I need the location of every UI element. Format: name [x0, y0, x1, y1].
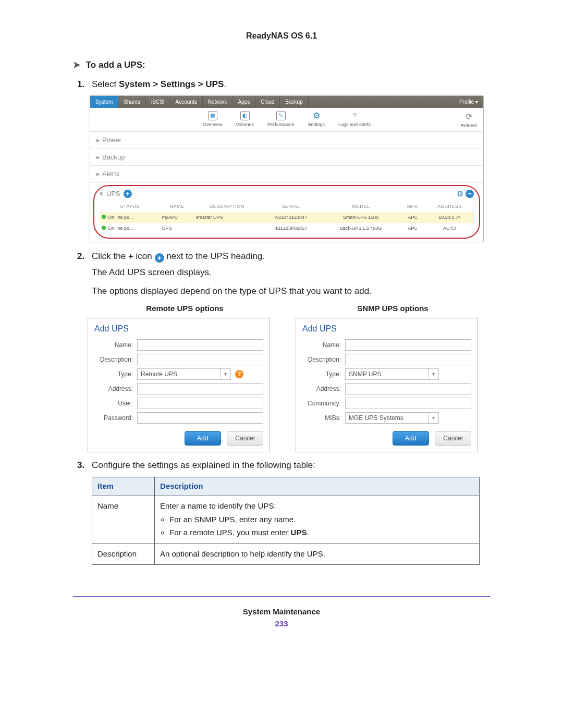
tab-apps[interactable]: Apps [232, 96, 255, 108]
ups-gear-icon[interactable]: ⚙ [457, 188, 463, 200]
type-value: Remote UPS [141, 369, 177, 379]
description-label: Description: [302, 355, 345, 364]
th-description: Description [155, 477, 480, 496]
toolbar-logs-label: Logs and Alerts [338, 122, 371, 127]
cell: 4B1223P02857 [260, 223, 322, 235]
step-3: 3. Configure the settings as explained i… [92, 459, 490, 565]
cell: APC [400, 223, 425, 235]
address-label: Address: [94, 384, 137, 393]
col-serial: SERIAL [260, 202, 322, 212]
table-row[interactable]: On line po... UPS 4B1223P02857 Back-UPS … [100, 223, 474, 235]
toolbar-logs[interactable]: ≣Logs and Alerts [338, 111, 371, 129]
arrow-icon: ➤ [73, 60, 80, 70]
toolbar-volumes-label: Volumes [236, 122, 254, 127]
community-input[interactable] [345, 398, 471, 409]
dialog-heading: Add UPS [94, 323, 263, 335]
tab-cloud[interactable]: Cloud [255, 96, 280, 108]
section-alerts[interactable]: ▸Alerts [90, 166, 483, 183]
cancel-button[interactable]: Cancel [435, 431, 471, 446]
list-icon: ≣ [350, 111, 359, 120]
doc-header: ReadyNAS OS 6.1 [73, 31, 490, 41]
tab-system[interactable]: System [90, 96, 118, 108]
section-power[interactable]: ▸Power [90, 132, 483, 149]
step-number: 2. [77, 250, 84, 263]
system-screenshot: System Shares iSCSI Accounts Network App… [90, 95, 484, 242]
type-value: SNMP UPS [349, 369, 381, 379]
step2-post: next to the UPS heading. [164, 251, 265, 261]
tab-network[interactable]: Network [203, 96, 233, 108]
ups-table: STATUS NAME DESCRIPTION SERIAL MODEL MFR… [100, 202, 474, 235]
cell: Smart-UPS 1500 [322, 212, 400, 224]
description-input[interactable] [345, 354, 471, 365]
step2-pre: Click the [92, 251, 128, 261]
cell-desc: Enter a name to identify the UPS: For an… [155, 496, 480, 544]
dialog-heading: Add UPS [302, 323, 471, 335]
toolbar-settings-label: Settings [308, 122, 325, 127]
tab-backup[interactable]: Backup [280, 96, 308, 108]
toolbar-settings[interactable]: ⚙Settings [308, 111, 325, 129]
step1-path: System > Settings > UPS [119, 79, 224, 89]
type-select[interactable]: Remote UPS▾ [137, 368, 231, 380]
cancel-button[interactable]: Cancel [227, 431, 263, 446]
table-row: Description An optional description to h… [92, 544, 480, 565]
section-alerts-label: Alerts [102, 170, 119, 178]
toolbar-refresh[interactable]: ⟳Refresh [460, 112, 477, 130]
overview-icon: ▦ [208, 111, 217, 120]
section-backup[interactable]: ▸Backup [90, 149, 483, 166]
gear-icon: ⚙ [312, 111, 321, 120]
step2-line3: The options displayed depend on the type… [92, 285, 490, 298]
mibs-select[interactable]: MGE UPS Systems▾ [345, 412, 439, 424]
step-1: 1. Select System > Settings > UPS. Syste… [92, 78, 490, 242]
type-select[interactable]: SNMP UPS▾ [345, 368, 439, 380]
toolbar-volumes[interactable]: ◐Volumes [236, 111, 254, 129]
description-input[interactable] [137, 354, 263, 365]
address-input[interactable] [137, 383, 263, 394]
chevron-down-icon: ▾ [428, 413, 438, 423]
main-tabs: System Shares iSCSI Accounts Network App… [90, 96, 483, 108]
bullet-bold: UPS [291, 528, 307, 537]
name-label: Name: [94, 340, 137, 350]
cell [194, 223, 260, 235]
status-dot-icon [102, 215, 106, 219]
address-label: Address: [302, 384, 345, 393]
performance-icon: ⤡ [276, 111, 286, 120]
section-heading: ➤ To add a UPS: [73, 59, 490, 70]
name-input[interactable] [345, 339, 471, 351]
tab-shares[interactable]: Shares [118, 96, 146, 108]
col-model: MODEL [322, 202, 400, 212]
password-input[interactable] [137, 412, 263, 424]
add-ups-dialog-remote: Add UPS Name: Description: Type: Remote … [88, 318, 270, 452]
chevron-right-icon: ▸ [96, 170, 100, 178]
cell-item: Description [92, 544, 155, 565]
tab-accounts[interactable]: Accounts [170, 96, 203, 108]
add-button[interactable]: Add [185, 431, 221, 446]
toolbar-overview[interactable]: ▦Overview [203, 111, 223, 129]
address-input[interactable] [345, 383, 471, 394]
status-dot-icon [102, 226, 106, 230]
sub-toolbar: ▦Overview ◐Volumes ⤡Performance ⚙Setting… [90, 108, 483, 132]
col-status: STATUS [100, 202, 160, 212]
cell: On line po... [108, 215, 133, 220]
col-mfr: MFR [400, 202, 425, 212]
chevron-right-icon: ▸ [96, 136, 100, 144]
remove-ups-icon[interactable]: − [466, 190, 474, 198]
name-input[interactable] [137, 339, 263, 351]
cell: AUTO [425, 223, 474, 235]
description-label: Description: [94, 355, 137, 364]
add-ups-icon[interactable]: + [124, 190, 132, 198]
chevron-down-icon: ▾ [428, 369, 438, 379]
refresh-icon: ⟳ [464, 112, 473, 121]
user-input[interactable] [137, 398, 263, 409]
step-number: 3. [77, 459, 84, 472]
tab-iscsi[interactable]: iSCSI [146, 96, 170, 108]
help-icon[interactable]: ? [235, 370, 243, 378]
mibs-value: MGE UPS Systems [349, 413, 403, 423]
table-row[interactable]: On line po... myAPC smarter UPS AS104312… [100, 212, 474, 224]
toolbar-performance[interactable]: ⤡Performance [267, 111, 295, 129]
cell: Back-UPS ES 450G [322, 223, 400, 235]
toolbar-overview-label: Overview [203, 122, 223, 127]
step2-line2: The Add UPS screen displays. [92, 266, 490, 279]
profile-menu[interactable]: Profile ▾ [454, 96, 483, 108]
bullet-text: For a remote UPS, you must enter [169, 528, 291, 537]
add-button[interactable]: Add [393, 431, 429, 446]
